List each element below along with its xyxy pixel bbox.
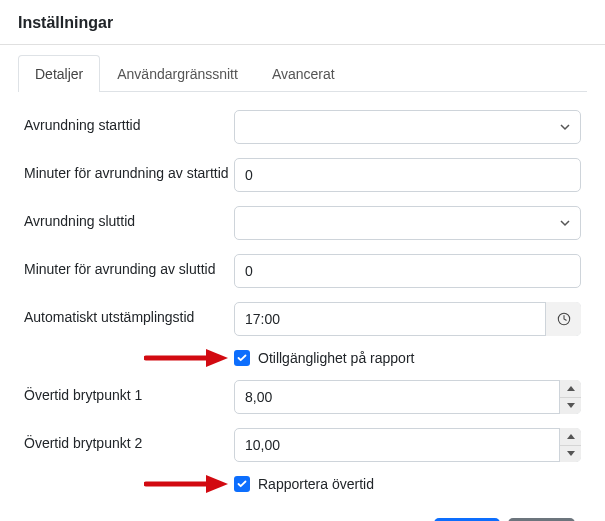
tab-advanced[interactable]: Avancerat	[255, 55, 352, 92]
chevron-down-icon	[560, 122, 570, 132]
label-ot2: Övertid brytpunkt 2	[24, 428, 234, 451]
input-round-end-minutes[interactable]: 0	[234, 254, 581, 288]
annotation-arrow-icon	[144, 346, 230, 370]
chevron-down-icon	[560, 218, 570, 228]
spin-up-button[interactable]	[560, 380, 581, 398]
annotation-arrow-icon	[144, 472, 230, 496]
input-auto-stamp[interactable]: 17:00	[234, 302, 581, 336]
spin-down-button[interactable]	[560, 446, 581, 463]
input-ot2-value: 10,00	[245, 437, 280, 453]
form: Avrundning starttid Minuter för avrundni…	[18, 110, 587, 521]
select-round-start[interactable]	[234, 110, 581, 144]
input-ot1-value: 8,00	[245, 389, 272, 405]
triangle-up-icon	[567, 386, 575, 391]
select-round-end[interactable]	[234, 206, 581, 240]
triangle-down-icon	[567, 403, 575, 408]
triangle-up-icon	[567, 434, 575, 439]
tab-ui[interactable]: Användargränssnitt	[100, 55, 255, 92]
checkbox-unavailability[interactable]	[234, 350, 250, 366]
label-auto-stamp: Automatiskt utstämplingstid	[24, 302, 234, 325]
label-report-overtime: Rapportera övertid	[258, 476, 374, 492]
label-ot1: Övertid brytpunkt 1	[24, 380, 234, 403]
check-icon	[237, 353, 247, 363]
label-round-end-minutes: Minuter för avrunding av sluttid	[24, 254, 234, 277]
input-round-start-minutes-value: 0	[245, 167, 253, 183]
input-round-end-minutes-value: 0	[245, 263, 253, 279]
page-title: Inställningar	[0, 0, 605, 44]
label-round-start-minutes: Minuter för avrundning av starttid	[24, 158, 234, 181]
spin-down-button[interactable]	[560, 398, 581, 415]
label-round-end: Avrundning sluttid	[24, 206, 234, 229]
input-auto-stamp-value: 17:00	[245, 311, 280, 327]
checkbox-report-overtime[interactable]	[234, 476, 250, 492]
check-icon	[237, 479, 247, 489]
clock-button[interactable]	[545, 302, 581, 336]
tab-details[interactable]: Detaljer	[18, 55, 100, 92]
input-round-start-minutes[interactable]: 0	[234, 158, 581, 192]
label-unavailability: Otillgänglighet på rapport	[258, 350, 414, 366]
clock-icon	[557, 312, 571, 326]
input-ot2[interactable]: 10,00	[234, 428, 581, 462]
tabs: Detaljer Användargränssnitt Avancerat	[18, 55, 587, 92]
input-ot1[interactable]: 8,00	[234, 380, 581, 414]
label-round-start: Avrundning starttid	[24, 110, 234, 133]
spin-up-button[interactable]	[560, 428, 581, 446]
triangle-down-icon	[567, 451, 575, 456]
